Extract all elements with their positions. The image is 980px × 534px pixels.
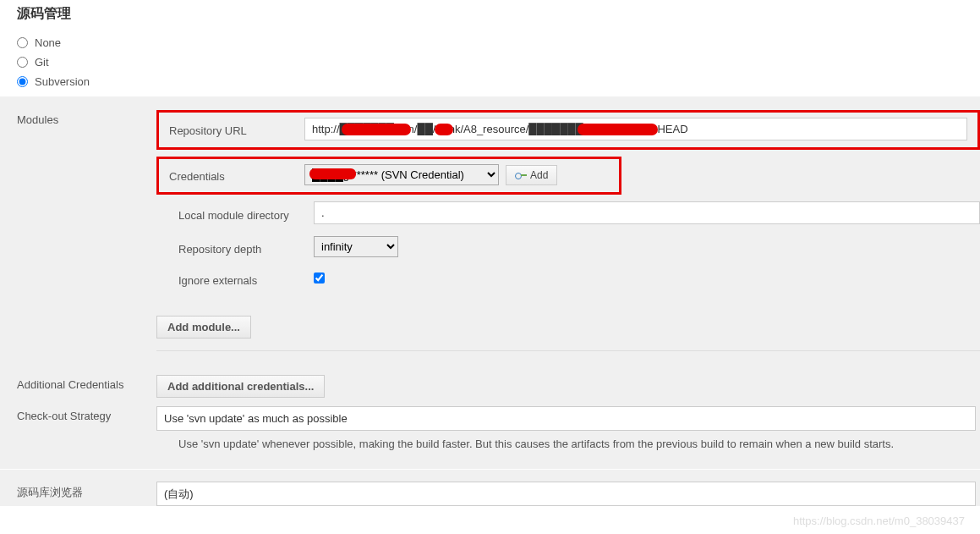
repo-browser-input[interactable]: [156, 482, 976, 506]
key-icon: [515, 171, 527, 179]
radio-none[interactable]: [17, 37, 28, 48]
section-title: 源码管理: [0, 0, 980, 33]
radio-git-label: Git: [35, 56, 49, 69]
redaction-mark: [578, 124, 658, 135]
local-dir-input[interactable]: [314, 201, 980, 224]
local-dir-label: Local module directory: [178, 204, 314, 222]
additional-credentials-label: Additional Credentials: [17, 375, 156, 391]
redaction-mark: [342, 124, 411, 135]
watermark-text: https://blog.csdn.net/m0_38039437: [793, 515, 965, 518]
repo-url-label: Repository URL: [169, 121, 304, 137]
credentials-highlight: Credentials ████g/****** (SVN Credential…: [156, 157, 621, 195]
repo-depth-label: Repository depth: [178, 238, 314, 256]
checkout-strategy-desc: Use 'svn update' whenever possible, maki…: [156, 431, 980, 465]
subversion-config-area: Modules Repository URL Credentials ████g…: [0, 96, 980, 506]
radio-subversion[interactable]: [17, 76, 28, 87]
ignore-externals-checkbox[interactable]: [314, 273, 325, 284]
radio-none-label: None: [35, 36, 61, 49]
add-module-button[interactable]: Add module...: [156, 316, 251, 339]
repo-url-highlight: Repository URL: [156, 110, 980, 150]
repo-browser-label: 源码库浏览器: [17, 482, 156, 500]
ignore-externals-label: Ignore externals: [178, 269, 314, 287]
checkout-strategy-input[interactable]: [156, 406, 976, 431]
redaction-mark: [435, 124, 453, 135]
credentials-label: Credentials: [169, 167, 304, 183]
radio-subversion-label: Subversion: [35, 75, 90, 88]
repo-depth-select[interactable]: infinity: [314, 236, 398, 257]
checkout-strategy-label: Check-out Strategy: [17, 406, 156, 422]
redaction-mark: [309, 168, 356, 179]
modules-label: Modules: [17, 110, 156, 126]
add-additional-credentials-button[interactable]: Add additional credentials...: [156, 375, 325, 398]
add-credentials-button[interactable]: Add: [506, 165, 557, 185]
add-credentials-label: Add: [530, 169, 548, 181]
radio-git[interactable]: [17, 57, 28, 68]
